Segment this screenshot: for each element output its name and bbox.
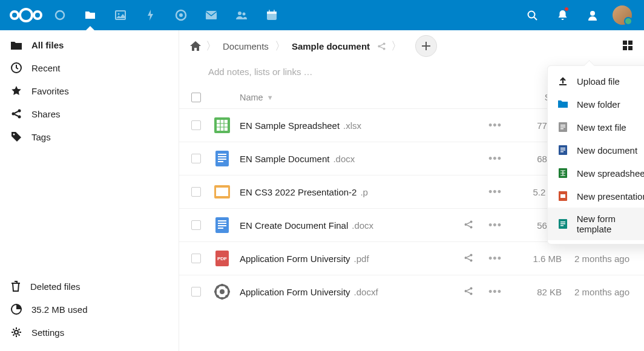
calendar-app-icon[interactable] — [257, 0, 287, 30]
file-size: 1.6 MB — [508, 254, 562, 264]
mail-app-icon[interactable] — [196, 0, 226, 30]
svg-rect-29 — [623, 46, 627, 50]
file-row[interactable]: Application Form University.docxf•••82 K… — [179, 275, 644, 308]
svg-rect-61 — [560, 128, 564, 130]
sidebar-item-settings[interactable]: Settings — [0, 321, 179, 344]
dashboard-app-icon[interactable] — [45, 0, 75, 30]
more-actions-button[interactable]: ••• — [482, 153, 508, 165]
svg-rect-27 — [623, 41, 627, 45]
svg-rect-32 — [217, 120, 228, 131]
row-checkbox[interactable] — [191, 254, 201, 263]
share-button[interactable] — [455, 253, 482, 264]
home-icon[interactable] — [190, 41, 201, 51]
sidebar-item-tags[interactable]: Tags — [0, 125, 179, 148]
select-all-checkbox[interactable] — [191, 93, 201, 102]
svg-point-15 — [528, 11, 534, 18]
tag-icon — [11, 131, 22, 142]
clock-icon — [11, 62, 22, 73]
breadcrumb-item[interactable]: Sample document — [291, 39, 371, 54]
svg-point-45 — [465, 223, 467, 225]
sidebar-item-label: All files — [31, 40, 64, 50]
col-name-header[interactable]: Name — [240, 93, 263, 102]
dd-label: New folder — [577, 99, 620, 110]
more-actions-button[interactable]: ••• — [482, 119, 508, 132]
sidebar-item-favorites[interactable]: Favorites — [0, 79, 179, 102]
sidebar-item-deleted[interactable]: Deleted files — [0, 275, 179, 298]
dropdown-new-presentation[interactable]: New presentation — [548, 185, 644, 208]
svg-point-7 — [179, 13, 183, 17]
pie-icon — [11, 304, 22, 315]
file-modified: 2 months ago — [562, 287, 632, 297]
notifications-icon[interactable] — [547, 0, 577, 30]
view-grid-button[interactable] — [622, 40, 633, 53]
new-button[interactable] — [415, 35, 437, 57]
share-icon — [11, 108, 22, 119]
sheet-icon — [557, 168, 568, 179]
trash-icon — [11, 281, 21, 292]
files-app-icon[interactable] — [75, 0, 105, 30]
share-button[interactable] — [455, 220, 482, 231]
breadcrumb-item[interactable]: Documents — [222, 39, 270, 54]
share-button[interactable] — [455, 286, 482, 298]
dd-label: New form template — [577, 214, 644, 234]
svg-rect-34 — [218, 154, 226, 155]
sidebar-quota: 35.2 MB used — [0, 298, 179, 321]
search-icon[interactable] — [517, 0, 547, 30]
row-checkbox[interactable] — [191, 220, 201, 230]
svg-rect-65 — [560, 151, 564, 153]
dropdown-new-text[interactable]: New text file — [548, 116, 644, 139]
more-actions-button[interactable]: ••• — [482, 219, 508, 232]
form-icon — [557, 218, 568, 229]
share-icon[interactable] — [377, 42, 386, 51]
contacts-menu-icon[interactable] — [577, 0, 608, 30]
svg-rect-59 — [560, 125, 565, 126]
svg-point-10 — [243, 13, 246, 16]
grid-icon — [622, 40, 633, 51]
row-checkbox[interactable] — [191, 287, 201, 297]
svg-point-47 — [470, 226, 472, 228]
svg-rect-35 — [218, 156, 226, 157]
more-actions-button[interactable]: ••• — [482, 186, 508, 198]
chevron-right-icon: 〉 — [205, 39, 218, 53]
activity-app-icon[interactable] — [136, 0, 166, 30]
svg-rect-64 — [560, 149, 565, 151]
svg-point-46 — [470, 220, 472, 223]
sidebar-item-all-files[interactable]: All files — [0, 34, 179, 56]
sidebar-quota-label: 35.2 MB used — [31, 304, 88, 315]
dropdown-new-folder[interactable]: New folder — [548, 93, 644, 116]
svg-rect-39 — [216, 188, 228, 196]
dropdown-upload-file[interactable]: Upload file — [548, 70, 644, 93]
svg-rect-37 — [218, 161, 223, 162]
file-size: 82 KB — [508, 287, 562, 297]
file-type-icon: PDF — [213, 249, 231, 267]
contacts-app-icon[interactable] — [226, 0, 257, 30]
file-ext: .docx — [352, 220, 373, 231]
folder-icon — [557, 99, 568, 110]
more-actions-button[interactable]: ••• — [482, 286, 508, 298]
svg-point-25 — [383, 42, 386, 45]
svg-rect-63 — [560, 148, 565, 149]
file-row[interactable]: PDFApplication Form University.pdf•••1.6… — [179, 241, 644, 275]
row-checkbox[interactable] — [191, 120, 201, 130]
more-actions-button[interactable]: ••• — [482, 252, 508, 265]
talk-app-icon[interactable] — [166, 0, 196, 30]
row-checkbox[interactable] — [191, 187, 201, 197]
sort-caret-icon: ▼ — [267, 94, 274, 101]
user-avatar[interactable] — [613, 5, 632, 25]
svg-rect-41 — [218, 220, 226, 221]
row-checkbox[interactable] — [191, 154, 201, 163]
file-name: EN Sample Document — [240, 154, 329, 164]
dropdown-new-document[interactable]: New document — [548, 139, 644, 162]
file-ext: .docxf — [354, 287, 378, 297]
sidebar-item-shares[interactable]: Shares — [0, 102, 179, 125]
svg-rect-42 — [218, 223, 226, 224]
dropdown-new-spreadsheet[interactable]: New spreadsheet — [548, 162, 644, 185]
svg-point-1 — [20, 9, 32, 21]
dropdown-new-form[interactable]: New form template — [548, 208, 644, 240]
photos-app-icon[interactable] — [105, 0, 136, 30]
file-name: EN CS3 2022 Presentation-2 — [240, 187, 356, 197]
dd-label: New presentation — [577, 191, 644, 202]
sidebar-item-recent[interactable]: Recent — [0, 56, 179, 79]
app-logo[interactable] — [7, 0, 45, 30]
dd-label: New document — [577, 145, 637, 156]
